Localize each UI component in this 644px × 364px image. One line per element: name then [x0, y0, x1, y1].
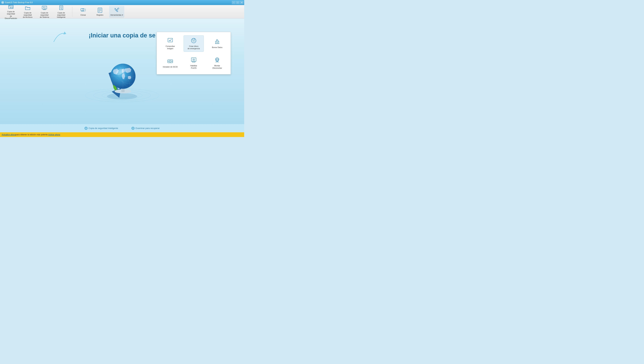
maximize-button[interactable]: □ — [236, 1, 240, 4]
toolbar-herramientas-label[interactable]: Herramientas ▾ — [110, 14, 123, 16]
svg-rect-37 — [168, 38, 172, 42]
svg-rect-36 — [121, 89, 124, 92]
svg-rect-49 — [191, 58, 196, 61]
smart-backup-item[interactable]: Copia de seguridad Inteligente — [84, 127, 118, 130]
smart-icon — [58, 5, 64, 11]
toolbar-backup-disk-label: Copia de seguridadde Disco/Partición — [4, 11, 18, 20]
toolbar-herramientas[interactable]: Herramientas ▾ — [109, 6, 124, 18]
upgrade-link-2[interactable]: Activar ahora — [48, 133, 60, 136]
mount-icon — [214, 57, 220, 64]
registro-icon — [97, 7, 103, 13]
main-heading: ¡Iniciar una copia de se — [89, 32, 156, 39]
globe-illustration — [97, 56, 147, 104]
examine-recover-icon — [132, 127, 134, 130]
window-controls: − □ ✕ — [232, 1, 244, 4]
minimize-button[interactable]: − — [232, 1, 236, 4]
svg-rect-56 — [132, 128, 134, 129]
dropdown-iniciador-iscsi-label: Iniciador de iSCSI — [163, 66, 178, 68]
folder-icon — [25, 5, 31, 11]
toolbar-registro[interactable]: Registro — [92, 6, 108, 18]
tools-icon — [114, 7, 120, 13]
svg-marker-21 — [64, 32, 66, 34]
status-bar: Actualice ahora para obtener la edición … — [0, 132, 244, 137]
dropdown-comprobar-imagen-label: ComprobarImagen — [166, 45, 175, 50]
svg-point-54 — [216, 59, 218, 60]
svg-point-38 — [191, 38, 196, 43]
smart-backup-icon — [84, 127, 88, 130]
dropdown-borrar-datos[interactable]: Borrar Datos — [207, 36, 227, 52]
close-button[interactable]: ✕ — [240, 1, 244, 4]
svg-point-40 — [192, 39, 195, 42]
dropdown-borrar-datos-label: Borrar Datos — [212, 46, 222, 49]
toolbar-backup-files[interactable]: Copia de seguridadde Archivos — [20, 6, 35, 18]
dropdown-habilitar-preos[interactable]: HabilitarPreOS — [184, 55, 204, 71]
svg-point-46 — [172, 61, 172, 62]
dropdown-montar-desmontar-label: Montar/Desmontar — [212, 65, 222, 69]
toolbar-clone-label: Clonar — [80, 14, 86, 16]
main-window: Copia de seguridadde Disco/Partición Cop… — [0, 5, 244, 132]
clone-icon — [80, 7, 86, 13]
dropdown-crear-disco[interactable]: Crear discode emergencia — [184, 36, 204, 52]
content-area: ¡Iniciar una copia de se — [0, 19, 244, 124]
dropdown-habilitar-preos-label: HabilitarPreOS — [190, 65, 197, 69]
upgrade-link-1[interactable]: Actualice ahora — [2, 133, 16, 136]
toolbar-backup-smart[interactable]: Copia de seguridadInteligente — [54, 6, 69, 18]
examine-recover-item[interactable]: Examinar para recuperar — [132, 127, 160, 130]
toolbar-clone[interactable]: Clonar — [76, 6, 91, 18]
iscsi-icon — [167, 58, 174, 65]
disk-icon — [8, 5, 14, 10]
svg-point-39 — [193, 40, 194, 41]
dropdown-menu: ComprobarImagen Crear discode emergencia — [157, 32, 231, 74]
toolbar-backup-system-label: Copia de seguridadde Sistema — [38, 12, 51, 19]
svg-point-26 — [107, 93, 137, 99]
bottom-bar: Copia de seguridad Inteligente Examinar … — [0, 124, 244, 132]
toolbar-backup-system[interactable]: Copia de seguridadde Sistema — [37, 6, 52, 18]
toolbar: Copia de seguridadde Disco/Partición Cop… — [0, 5, 244, 19]
preos-icon — [190, 57, 197, 64]
svg-rect-14 — [98, 8, 102, 13]
toolbar-separator-1 — [72, 7, 72, 17]
create-disc-icon — [190, 37, 197, 44]
system-icon — [42, 5, 48, 11]
app-logo — [1, 1, 4, 4]
smart-backup-label: Copia de seguridad Inteligente — [88, 127, 118, 129]
status-text: para obtener la edición más potente. — [16, 133, 48, 136]
examine-recover-label: Examinar para recuperar — [136, 127, 160, 129]
toolbar-backup-files-label: Copia de seguridadde Archivos — [21, 12, 34, 19]
toolbar-backup-smart-label: Copia de seguridadInteligente — [54, 12, 68, 19]
svg-point-55 — [85, 127, 87, 129]
app-title: EaseUS Todo Backup Free 8.8 — [5, 1, 33, 4]
dropdown-crear-disco-label: Crear discode emergencia — [188, 45, 200, 50]
erase-icon — [214, 39, 220, 45]
svg-point-45 — [168, 61, 169, 62]
dropdown-montar-desmontar[interactable]: Montar/Desmontar — [207, 55, 227, 71]
arrow-decoration — [50, 29, 70, 46]
toolbar-registro-label: Registro — [96, 14, 104, 16]
dropdown-iniciador-iscsi[interactable]: Iniciador de iSCSI — [160, 55, 180, 71]
check-image-icon — [167, 37, 174, 44]
toolbar-backup-disk[interactable]: Copia de seguridadde Disco/Partición — [3, 6, 18, 18]
dropdown-comprobar-imagen[interactable]: ComprobarImagen — [160, 36, 180, 52]
title-bar: EaseUS Todo Backup Free 8.8 − □ ✕ — [0, 0, 244, 5]
svg-point-3 — [12, 7, 13, 8]
svg-marker-1 — [2, 2, 3, 3]
